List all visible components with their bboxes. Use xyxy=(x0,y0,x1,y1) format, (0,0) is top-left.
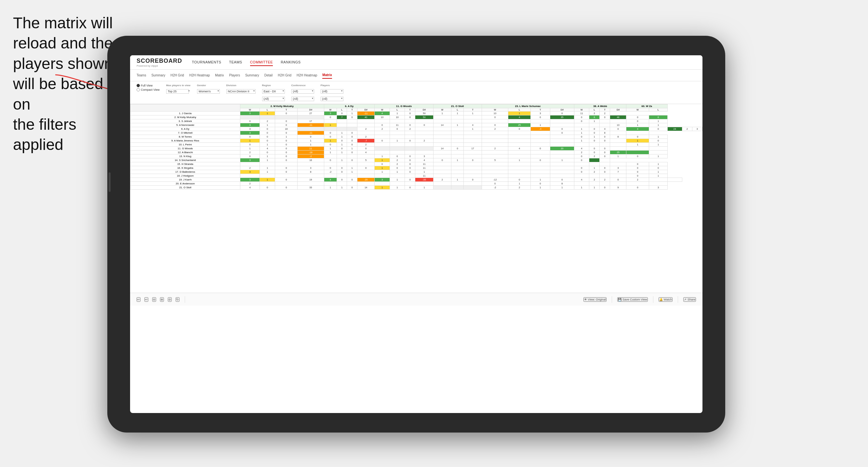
player-name: 5. A Nomrowski xyxy=(130,123,240,127)
conference-sub-select[interactable]: (All) xyxy=(291,97,314,101)
region-select[interactable]: East - DII West - DII xyxy=(262,89,285,94)
nav-rankings[interactable]: RANKINGS xyxy=(281,59,301,66)
sub-nav-detail[interactable]: Detail xyxy=(265,72,273,79)
sub-nav-players[interactable]: Players xyxy=(229,72,240,79)
th-d2: Dif xyxy=(357,108,375,112)
nav-committee[interactable]: COMMITTEE xyxy=(250,59,273,66)
th-player-name xyxy=(130,104,240,112)
toolbar-right: 👁 View: Original 💾 Save Custom View 🔔 Wa… xyxy=(583,296,696,303)
filter-max-players: Max players in view Top 25 Top 50 All xyxy=(166,84,191,94)
watch-button[interactable]: 🔔 Watch xyxy=(658,297,673,302)
player-name: 15. H Stranda xyxy=(130,162,240,166)
player-name: 6. A Dy xyxy=(130,127,240,131)
player-name: 9. A Maria Jimenez Rios xyxy=(130,139,240,143)
table-row: 9. A Maria Jimenez Rios 1001 100-7 0102 … xyxy=(130,139,703,143)
sub-nav-h2hheatmap2[interactable]: H2H Heatmap xyxy=(297,72,317,79)
region-sub-select[interactable]: (All) xyxy=(262,97,285,101)
nav-teams[interactable]: TEAMS xyxy=(229,59,242,66)
sub-nav-teams[interactable]: Teams xyxy=(136,72,146,79)
matrix-table: 2. M Kelly Mulcahy 6. A Dy 11. G Woods 2… xyxy=(130,104,703,190)
filter-division: Division NCAA Division II NCAA Division … xyxy=(226,84,256,94)
logo-text: SCOREBOARD xyxy=(136,58,182,64)
sub-nav-h2hgrid1[interactable]: H2H Grid xyxy=(170,72,184,79)
player-name: 14. S Srichantamit xyxy=(130,158,240,162)
radio-full-view[interactable]: Full View xyxy=(136,84,160,87)
conference-wrapper: (All) xyxy=(291,88,314,94)
redo-button[interactable]: ↩ xyxy=(145,297,148,302)
sub-nav-summary2[interactable]: Summary xyxy=(245,72,259,79)
filter-players: Players (All) (All) xyxy=(321,84,343,101)
filter-view-type: Full View Compact View xyxy=(136,84,160,91)
filter-gender: Gender Women's Men's xyxy=(197,84,220,94)
refresh-button[interactable]: ↻ xyxy=(176,297,180,302)
th-ady: 6. A Dy xyxy=(324,104,375,108)
save-icon: 💾 xyxy=(618,298,621,301)
table-row: 11. G Woods 14011 1010 14017 24020 400 xyxy=(130,147,703,151)
table-row: 18. J Hodgson 11 01 xyxy=(130,174,703,178)
share-button[interactable]: ↗ Share xyxy=(683,297,696,302)
undo-button[interactable]: ↩ xyxy=(136,297,141,302)
table-row: 19. J Karrh 31019 400-20 310-35 210 -12 … xyxy=(130,178,703,182)
players-sub-wrapper: (All) xyxy=(321,95,343,101)
matrix-scroll[interactable]: 2. M Kelly Mulcahy 6. A Dy 11. G Woods 2… xyxy=(130,104,703,293)
player-name: 20. E Andersson xyxy=(130,182,240,186)
bottom-toolbar: ↩ ↩ ⊖ ⊕ ⊘ ↻ 👁 View: Original 💾 Save Cust… xyxy=(130,293,703,306)
nav-tournaments[interactable]: TOURNAMENTS xyxy=(192,59,221,66)
table-row: 16. K Mcgaha 2103 0010 10011 0103 00 xyxy=(130,166,703,170)
th-w6: W xyxy=(574,108,589,112)
max-players-label: Max players in view xyxy=(166,84,191,87)
region-wrapper: East - DII West - DII xyxy=(262,88,285,94)
table-row: 6. A Dy 3018 2202 120-4 0104 04024 23 xyxy=(130,127,703,131)
player-name: 13. N Klug xyxy=(130,154,240,158)
players-select[interactable]: (All) xyxy=(321,89,343,94)
sub-nav-summary1[interactable]: Summary xyxy=(151,72,165,79)
max-players-select[interactable]: Top 25 Top 50 All xyxy=(166,89,189,94)
gender-label: Gender xyxy=(197,84,220,87)
top-nav: SCOREBOARD Powered by clippd TOURNAMENTS… xyxy=(130,55,703,70)
player-name: 18. J Hodgson xyxy=(130,174,240,178)
table-row: 14. S Srichantamit 31016 0105 1204 010 5… xyxy=(130,158,703,162)
table-row: 21. O Stoll 40033 11014 1101 -2211 1109 … xyxy=(130,186,703,190)
sub-nav-matrix1[interactable]: Matrix xyxy=(215,72,224,79)
player-name: 12. A Bianchi xyxy=(130,151,240,154)
division-label: Division xyxy=(226,84,256,87)
save-custom-button[interactable]: 💾 Save Custom View xyxy=(617,297,648,302)
gender-wrapper: Women's Men's xyxy=(197,88,220,94)
th-t3: T xyxy=(405,108,415,112)
zoom-out-button[interactable]: ⊖ xyxy=(152,297,156,302)
table-row: 12. A Bianchi 200-18 1104 20025 xyxy=(130,151,703,154)
toolbar-sep4 xyxy=(678,296,678,303)
th-l6: L xyxy=(589,108,600,112)
share-icon: ↗ xyxy=(684,298,686,301)
table-row: 5. A Nomrowski 310-11 1 01100 1414 0251 … xyxy=(130,123,703,127)
table-row: 2. M Kelly Mulcahy 07040 1010050 04035 0… xyxy=(130,116,703,119)
view-original-button[interactable]: 👁 View: Original xyxy=(583,297,607,302)
radio-compact-view[interactable]: Compact View xyxy=(136,88,160,91)
conference-select[interactable]: (All) xyxy=(291,89,314,94)
radio-full-dot xyxy=(136,84,140,87)
sub-nav-h2hgrid2[interactable]: H2H Grid xyxy=(278,72,291,79)
player-name: 8. M Torres xyxy=(130,135,240,139)
table-row: 17. D Ballesteros 3108 -201 1101 0207 01 xyxy=(130,170,703,174)
sub-nav-h2hheatmap1[interactable]: H2H Heatmap xyxy=(189,72,210,79)
logo-area: SCOREBOARD Powered by clippd xyxy=(136,58,182,67)
player-name: 16. K Mcgaha xyxy=(130,166,240,170)
zoom-in-button[interactable]: ⊕ xyxy=(160,297,164,302)
th-schumac: 23. L Marie Schumac xyxy=(482,104,574,108)
th-l1: L xyxy=(259,108,275,112)
division-select[interactable]: NCAA Division II NCAA Division I NCAA Di… xyxy=(226,89,256,94)
toolbar-sep2 xyxy=(612,296,612,303)
reset-button[interactable]: ⊘ xyxy=(168,297,172,302)
player-name: 2. M Kelly Mulcahy xyxy=(130,116,240,119)
players-sub-select[interactable]: (All) xyxy=(321,97,343,101)
th-gwoods: 11. G Woods xyxy=(375,104,433,108)
th-d6: Dif xyxy=(610,108,626,112)
nav-items: TOURNAMENTS TEAMS COMMITTEE RANKINGS xyxy=(192,59,301,66)
gender-select[interactable]: Women's Men's xyxy=(197,89,220,94)
toolbar-sep1 xyxy=(185,296,185,303)
th-l5: L xyxy=(508,108,531,112)
sub-nav-matrix2[interactable]: Matrix xyxy=(322,72,332,79)
th-l3: L xyxy=(390,108,405,112)
player-name: 10. L Perini xyxy=(130,143,240,147)
tablet-screen: SCOREBOARD Powered by clippd TOURNAMENTS… xyxy=(130,55,703,413)
